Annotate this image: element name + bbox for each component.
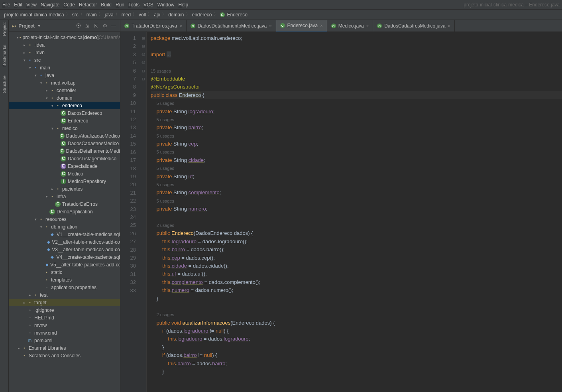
tree-item[interactable]: ▫.gitignore	[9, 306, 120, 314]
tree-arrow-icon[interactable]: ▾	[50, 126, 54, 130]
expand-icon[interactable]: ⇲	[84, 23, 90, 29]
code-line[interactable]: import ...	[151, 51, 562, 59]
tree-item[interactable]: ▾▪db.migration	[9, 223, 120, 230]
tree-item[interactable]: ▾▪med.voll.api	[9, 79, 120, 87]
code-line[interactable]: if (dados.logradouro != null) {	[151, 327, 562, 335]
toolwindow-project[interactable]: Project	[2, 22, 7, 36]
code-line[interactable]: private String cep;	[151, 140, 562, 148]
tree-item[interactable]: ▸▪controller	[9, 87, 120, 94]
tree-arrow-icon[interactable]: ▸	[45, 89, 49, 93]
tree-item[interactable]: ▾▪medico	[9, 124, 120, 132]
code-line[interactable]: if (dados.bairro != null) {	[151, 351, 562, 359]
code-line[interactable]: this.cidade = dados.cidade();	[151, 262, 562, 270]
locate-icon[interactable]: ⦿	[75, 23, 82, 29]
toolwindow-structure[interactable]: Structure	[2, 75, 7, 93]
editor-tab[interactable]: CDadosCadastrosMedico.java×	[373, 20, 455, 32]
editor-tab[interactable]: CMedico.java×	[327, 20, 373, 32]
project-label[interactable]: Project	[18, 23, 35, 29]
tree-item[interactable]: ▸▪pacientes	[9, 185, 120, 193]
fold-toggle[interactable]: ⊟	[140, 75, 146, 83]
code-line[interactable]: @Embeddable	[151, 75, 562, 83]
code-line[interactable]: 15 usages	[151, 67, 562, 75]
tree-item[interactable]: ▫mvnw.cmd	[9, 329, 120, 337]
tree-item[interactable]: ◆V3__alter-table-medicos-add-co	[9, 246, 120, 253]
tree-arrow-icon[interactable]: ▾	[45, 96, 49, 100]
code-line[interactable]	[151, 59, 562, 67]
tree-item[interactable]: CEndereco	[9, 117, 120, 124]
tree-item[interactable]: CDemoApplication	[9, 208, 120, 215]
breadcrumb-item[interactable]: src	[72, 12, 79, 18]
tree-item[interactable]: ▪Scratches and Consoles	[9, 352, 120, 359]
tree-arrow-icon[interactable]: ▾	[45, 195, 49, 199]
tree-arrow-icon[interactable]: ▾	[39, 225, 43, 229]
tree-item[interactable]: CDadosAtualizacaoMedico	[9, 132, 120, 140]
code-line[interactable]: this.uf = dados.uf();	[151, 270, 562, 278]
breadcrumb-item[interactable]: java	[105, 12, 114, 18]
code-line[interactable]: this.bairro = dados.bairro();	[151, 246, 562, 254]
code-line[interactable]: 5 usages	[151, 99, 562, 107]
code-line[interactable]: public Endereco(DadosEndereco dados) {	[151, 229, 562, 237]
tree-item[interactable]: ◆V5__alter-table-pacientes-add-co	[9, 261, 120, 268]
tree-item[interactable]: CDadosEndereco	[9, 109, 120, 117]
code-line[interactable]: public class Endereco {	[151, 91, 562, 99]
breadcrumb-item[interactable]: endereco	[192, 12, 212, 18]
tree-item[interactable]: ◆V1__create-table-medicos.sql	[9, 230, 120, 238]
tree-arrow-icon[interactable]: ▾	[33, 217, 37, 221]
tree-item[interactable]: CDadosCadastrosMedico	[9, 140, 120, 147]
menu-build[interactable]: Build	[101, 2, 112, 8]
code-line[interactable]: this.logradouro = dados.logradouro;	[151, 335, 562, 343]
collapse-icon[interactable]: ⇱	[93, 23, 99, 29]
project-tree[interactable]: ▾▪projeto-inicial-clinica-medica [demo] …	[9, 32, 120, 392]
tree-arrow-icon[interactable]: ▸	[22, 43, 26, 47]
code-line[interactable]: 5 usages	[151, 132, 562, 140]
tree-item[interactable]: ▾▪domain	[9, 94, 120, 102]
editor-tab[interactable]: CTratadorDeErros.java×	[120, 20, 187, 32]
code-line[interactable]: this.cep = dados.cep();	[151, 254, 562, 262]
menu-navigate[interactable]: Navigate	[41, 2, 59, 8]
tree-item[interactable]: ▸▪test	[9, 291, 120, 299]
editor-tab[interactable]: CDadosDetalhamentoMedico.java×	[187, 20, 276, 32]
tree-item[interactable]: ▾▪src	[9, 56, 120, 64]
code-line[interactable]	[151, 303, 562, 311]
close-icon[interactable]: ×	[179, 24, 182, 28]
menu-edit[interactable]: Edit	[14, 2, 22, 8]
hide-icon[interactable]: —	[110, 23, 117, 29]
fold-toggle[interactable]: ⊟	[140, 42, 146, 50]
code-line[interactable]: 2 usages	[151, 311, 562, 319]
tree-arrow-icon[interactable]: ▸	[22, 301, 26, 305]
fold-toggle[interactable]: @	[140, 59, 146, 67]
tree-item[interactable]: ▾▪endereco	[9, 102, 120, 109]
code-line[interactable]: 5 usages	[151, 197, 562, 205]
tree-arrow-icon[interactable]: ▾	[22, 58, 26, 62]
breadcrumb-item[interactable]: med	[122, 12, 131, 18]
tree-arrow-icon[interactable]: ▾	[39, 81, 43, 85]
editor-tab[interactable]: CEndereco.java×	[276, 20, 327, 32]
code-line[interactable]: this.complemento = dados.complemento();	[151, 278, 562, 286]
tree-item[interactable]: ▫application.properties	[9, 284, 120, 291]
close-icon[interactable]: ×	[320, 23, 322, 28]
breadcrumb-item[interactable]: Endereco	[227, 12, 248, 18]
tree-item[interactable]: ▫HELP.md	[9, 314, 120, 321]
code-line[interactable]: }	[151, 295, 562, 303]
code-line[interactable]: 5 usages	[151, 148, 562, 156]
code-line[interactable]: }	[151, 343, 562, 351]
menu-tools[interactable]: Tools	[128, 2, 140, 8]
breadcrumb-item[interactable]: domain	[168, 12, 184, 18]
tree-item[interactable]: ▸▪External Libraries	[9, 344, 120, 352]
tree-item[interactable]: mpom.xml	[9, 337, 120, 344]
breadcrumb-item[interactable]: voll	[139, 12, 146, 18]
menu-vcs[interactable]: VCS	[143, 2, 153, 8]
toolwindow-bookmarks[interactable]: Bookmarks	[2, 45, 7, 67]
fold-toggle[interactable]: ⊞	[140, 34, 146, 42]
close-icon[interactable]: ×	[269, 24, 271, 28]
tree-arrow-icon[interactable]: ▸	[22, 51, 26, 55]
chevron-down-icon[interactable]: ▼	[37, 24, 41, 28]
close-icon[interactable]: ×	[448, 24, 450, 28]
tree-item[interactable]: ▾▪resources	[9, 215, 120, 223]
code-content[interactable]: package med.voll.api.domain.endereco; im…	[147, 32, 562, 392]
fold-toggle[interactable]: ⊟	[140, 67, 146, 75]
code-line[interactable]: this.bairro = dados.bairro;	[151, 360, 562, 368]
tree-arrow-icon[interactable]: ▾	[50, 104, 54, 108]
code-line[interactable]: 5 usages	[151, 164, 562, 172]
code-line[interactable]: package med.voll.api.domain.endereco;	[151, 34, 562, 42]
